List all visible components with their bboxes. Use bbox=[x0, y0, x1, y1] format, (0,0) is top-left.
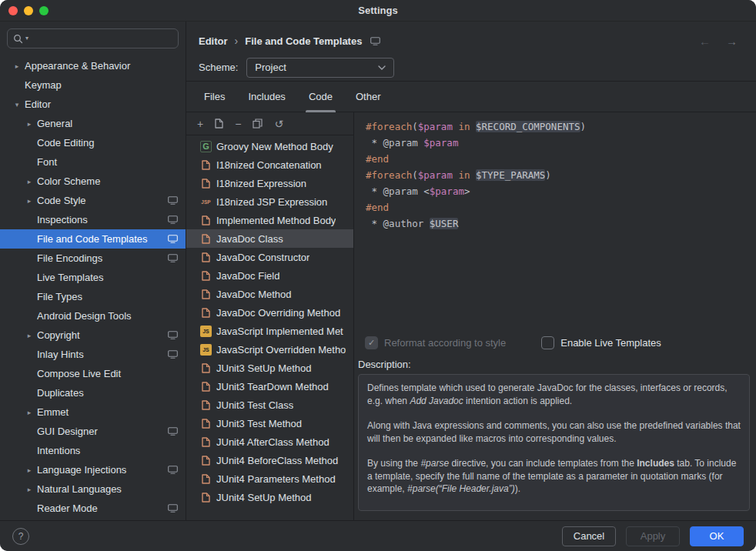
sidebar-item-reader-mode[interactable]: Reader Mode bbox=[0, 499, 186, 518]
sidebar-item-code-editing[interactable]: Code Editing bbox=[0, 133, 186, 152]
chevron-right-icon[interactable]: ▸ bbox=[22, 332, 37, 339]
sidebar-item-file-encodings[interactable]: File Encodings bbox=[0, 249, 186, 268]
remove-icon[interactable]: − bbox=[235, 119, 241, 129]
template-item-javadoc-constructor[interactable]: JavaDoc Constructor bbox=[186, 248, 353, 266]
template-item-i18nized-expression[interactable]: I18nized Expression bbox=[186, 174, 353, 192]
template-item-junit4-setup-method[interactable]: JUnit4 SetUp Method bbox=[186, 488, 353, 506]
cancel-button[interactable]: Cancel bbox=[562, 526, 616, 546]
sidebar-item-live-templates[interactable]: Live Templates bbox=[0, 268, 186, 287]
breadcrumb-editor[interactable]: Editor bbox=[199, 35, 228, 47]
template-editor[interactable]: #foreach($param in $RECORD_COMPONENTS) *… bbox=[358, 112, 750, 329]
template-item-junit4-afterclass-method[interactable]: JUnit4 AfterClass Method bbox=[186, 432, 353, 451]
description-paragraph: Predefined variables take the following … bbox=[367, 508, 741, 512]
sidebar-item-appearance-behavior[interactable]: ▸Appearance & Behavior bbox=[0, 56, 186, 75]
template-item-javadoc-class[interactable]: JavaDoc Class bbox=[186, 229, 353, 248]
template-item-label: JavaScript Overridden Metho bbox=[216, 344, 346, 356]
tab-code[interactable]: Code bbox=[297, 82, 344, 112]
sidebar-item-editor[interactable]: ▾Editor bbox=[0, 95, 186, 114]
reformat-option[interactable]: ✓ Reformat according to style bbox=[365, 336, 506, 349]
reformat-checkbox[interactable]: ✓ bbox=[365, 336, 378, 349]
template-item-junit3-test-class[interactable]: JUnit3 Test Class bbox=[186, 396, 353, 414]
forward-button[interactable]: → bbox=[726, 35, 738, 48]
chevron-right-icon[interactable]: ▸ bbox=[9, 62, 25, 70]
search-history-chevron-icon[interactable]: ▾ bbox=[25, 35, 28, 42]
template-item-javascript-overridden-metho[interactable]: JSJavaScript Overridden Metho bbox=[186, 340, 353, 359]
template-item-i18nized-jsp-expression[interactable]: JSPI18nized JSP Expression bbox=[186, 192, 353, 211]
template-item-junit3-test-method[interactable]: JUnit3 Test Method bbox=[186, 414, 353, 432]
template-file-icon bbox=[200, 270, 212, 282]
sidebar-item-general[interactable]: ▸General bbox=[0, 114, 186, 133]
create-child-icon[interactable] bbox=[215, 119, 223, 129]
sidebar-item-color-scheme[interactable]: ▸Color Scheme bbox=[0, 172, 186, 191]
screen-badge-icon bbox=[168, 466, 178, 474]
screen-badge-icon bbox=[168, 215, 178, 224]
zoom-window-button[interactable] bbox=[39, 6, 49, 15]
template-item-javadoc-field[interactable]: JavaDoc Field bbox=[186, 266, 353, 285]
sidebar-item-inlay-hints[interactable]: Inlay Hints bbox=[0, 345, 186, 364]
template-item-junit3-setup-method[interactable]: JUnit3 SetUp Method bbox=[186, 359, 353, 377]
sidebar-item-language-injections[interactable]: ▸Language Injections bbox=[0, 460, 186, 479]
chevron-down-icon[interactable]: ▾ bbox=[9, 101, 25, 109]
chevron-right-icon[interactable]: ▸ bbox=[22, 197, 37, 205]
sidebar-item-file-types[interactable]: File Types bbox=[0, 287, 186, 306]
apply-button[interactable]: Apply bbox=[626, 526, 680, 546]
sidebar-item-compose-live-edit[interactable]: Compose Live Edit bbox=[0, 364, 186, 383]
chevron-right-icon[interactable]: ▸ bbox=[22, 409, 37, 416]
chevron-right-icon[interactable]: ▸ bbox=[22, 466, 37, 474]
sidebar-item-gui-designer[interactable]: GUI Designer bbox=[0, 422, 186, 441]
revert-icon[interactable]: ↺ bbox=[274, 119, 283, 129]
sidebar-item-code-style[interactable]: ▸Code Style bbox=[0, 191, 186, 210]
tab-files[interactable]: Files bbox=[192, 82, 236, 112]
template-item-groovy-new-method-body[interactable]: GGroovy New Method Body bbox=[186, 137, 353, 155]
template-item-javadoc-overriding-method[interactable]: JavaDoc Overriding Method bbox=[186, 303, 353, 322]
tab-includes[interactable]: Includes bbox=[236, 82, 296, 112]
template-item-implemented-method-body[interactable]: Implemented Method Body bbox=[186, 211, 353, 229]
sidebar-item-label: Editor bbox=[25, 99, 178, 110]
close-window-button[interactable] bbox=[8, 6, 18, 15]
groovy-file-icon: G bbox=[200, 141, 212, 152]
chevron-right-icon[interactable]: ▸ bbox=[22, 178, 37, 185]
template-item-label: JUnit3 Test Class bbox=[216, 399, 293, 411]
settings-search-box[interactable]: ▾ bbox=[7, 28, 179, 48]
live-templates-checkbox[interactable] bbox=[541, 336, 554, 349]
sidebar-item-keymap[interactable]: Keymap bbox=[0, 75, 186, 95]
sidebar-item-file-and-code-templates[interactable]: File and Code Templates bbox=[0, 229, 186, 249]
sidebar-item-emmet[interactable]: ▸Emmet bbox=[0, 402, 186, 422]
sidebar-item-intentions[interactable]: Intentions bbox=[0, 441, 186, 460]
description-panel[interactable]: Defines template which used to generate … bbox=[358, 374, 750, 511]
code-line: #foreach($param in $RECORD_COMPONENTS) bbox=[366, 119, 742, 135]
sidebar-item-font[interactable]: Font bbox=[0, 152, 186, 172]
ok-button[interactable]: OK bbox=[690, 526, 744, 546]
copy-icon[interactable] bbox=[253, 119, 263, 129]
sidebar-item-natural-languages[interactable]: ▸Natural Languages bbox=[0, 479, 186, 499]
sidebar-item-inspections[interactable]: Inspections bbox=[0, 210, 186, 229]
minimize-window-button[interactable] bbox=[24, 6, 33, 15]
tab-other[interactable]: Other bbox=[344, 82, 393, 112]
screen-badge-icon bbox=[168, 254, 178, 262]
template-item-junit4-parameters-method[interactable]: JUnit4 Parameters Method bbox=[186, 469, 353, 488]
template-item-javadoc-method[interactable]: JavaDoc Method bbox=[186, 285, 353, 303]
chevron-right-icon[interactable]: ▸ bbox=[22, 486, 37, 493]
template-item-label: I18nized Expression bbox=[216, 178, 306, 189]
scheme-select[interactable]: Project bbox=[246, 58, 394, 78]
add-icon[interactable]: + bbox=[197, 119, 203, 129]
sidebar-item-copyright[interactable]: ▸Copyright bbox=[0, 326, 186, 345]
template-item-junit3-teardown-method[interactable]: JUnit3 TearDown Method bbox=[186, 377, 353, 396]
sidebar-item-android-design-tools[interactable]: Android Design Tools bbox=[0, 306, 186, 326]
template-file-icon bbox=[200, 473, 212, 485]
description-paragraph: Along with Java expressions and comments… bbox=[367, 419, 741, 445]
live-templates-option[interactable]: Enable Live Templates bbox=[541, 336, 661, 349]
template-item-label: JavaDoc Class bbox=[216, 233, 283, 245]
template-item-i18nized-concatenation[interactable]: I18nized Concatenation bbox=[186, 155, 353, 174]
search-input[interactable] bbox=[31, 33, 172, 45]
template-item-junit4-beforeclass-method[interactable]: JUnit4 BeforeClass Method bbox=[186, 451, 353, 469]
template-item-javascript-implemented-met[interactable]: JSJavaScript Implemented Met bbox=[186, 322, 353, 340]
back-button[interactable]: ← bbox=[699, 35, 711, 48]
live-templates-label: Enable Live Templates bbox=[560, 337, 661, 349]
sidebar-item-label: General bbox=[37, 118, 178, 129]
template-file-icon bbox=[200, 252, 212, 263]
sidebar-item-duplicates[interactable]: Duplicates bbox=[0, 383, 186, 402]
template-file-icon bbox=[200, 178, 212, 189]
help-button[interactable]: ? bbox=[12, 528, 29, 545]
chevron-right-icon[interactable]: ▸ bbox=[22, 120, 37, 128]
